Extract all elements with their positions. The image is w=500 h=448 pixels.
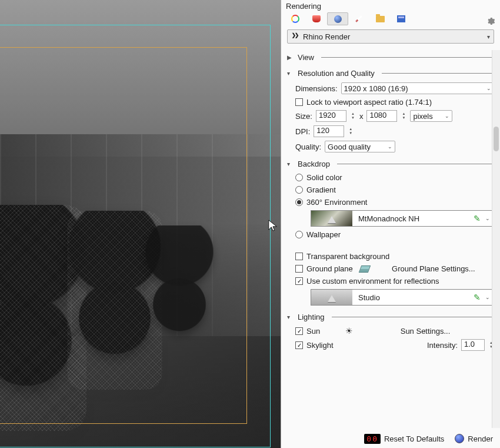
section-lighting-header[interactable]: ▾ Lighting (287, 313, 494, 321)
size-width-input[interactable]: 1920 (316, 110, 346, 122)
size-label: Size: (295, 112, 312, 121)
ground-plane-settings-button[interactable]: Ground Plane Settings... (373, 264, 494, 273)
toolbar-sphere-icon[interactable] (327, 12, 348, 25)
viewport[interactable] (0, 0, 281, 448)
size-unit-dropdown[interactable]: pixels ⌄ (410, 110, 452, 122)
dpi-spinner[interactable]: ▲▼ (348, 125, 354, 137)
dimensions-label: Dimensions: (295, 84, 338, 93)
toolbar-colorwheel-icon[interactable] (285, 12, 306, 25)
section-lighting: ▾ Lighting ✓ Sun ☀ Sun Settings... ✓ Sky… (287, 313, 494, 351)
scrollbar-thumb[interactable] (494, 127, 499, 151)
panel-scrollbar[interactable] (492, 50, 500, 428)
panel-body: ▶ View ▾ Resolution and Quality Dimensio… (281, 46, 500, 429)
section-view: ▶ View (287, 53, 494, 62)
gear-icon[interactable] (486, 16, 495, 28)
size-height-input[interactable]: 1080 (366, 110, 397, 122)
section-resolution: ▾ Resolution and Quality Dimensions: 192… (287, 69, 494, 152)
chevron-down-icon: ⌄ (388, 144, 392, 150)
reflection-env-selector[interactable]: Studio ✎ ⌄ (311, 289, 494, 306)
toolbar-window-icon[interactable] (391, 12, 412, 25)
panel-toolbar (281, 11, 500, 27)
intensity-input[interactable]: 1.0 (461, 339, 485, 351)
quality-dropdown[interactable]: Good quality ⌄ (325, 141, 395, 152)
section-resolution-header[interactable]: ▾ Resolution and Quality (287, 69, 494, 78)
pencil-icon[interactable]: ✎ (474, 293, 485, 302)
dpi-input[interactable]: 120 (314, 125, 344, 137)
chevron-right-icon: ▶ (287, 54, 293, 61)
panel-title: Rendering (281, 0, 500, 11)
environment-selector[interactable]: MtMonadnock NH ✎ ⌄ (311, 210, 494, 227)
toolbar-folder-icon[interactable] (369, 12, 391, 25)
lock-aspect-label: Lock to viewport aspect ratio (1.74:1) (306, 98, 432, 107)
reset-digits-icon: 00 (364, 434, 381, 444)
reflection-env-thumb (311, 290, 352, 305)
scene-background (0, 0, 281, 448)
ground-plane-icon (359, 266, 371, 273)
backdrop-360-radio[interactable] (295, 198, 303, 206)
toolbar-pencil-icon[interactable] (348, 12, 369, 25)
chevron-down-icon: ▾ (487, 34, 490, 40)
backdrop-wallpaper-radio[interactable] (295, 231, 303, 238)
toolbar-library-icon[interactable] (306, 12, 327, 25)
sun-settings-button[interactable]: Sun Settings... (356, 327, 494, 336)
section-backdrop: ▾ Backdrop Solid color Gradient 360° Env… (287, 160, 494, 306)
render-globe-icon (455, 434, 464, 443)
chevron-down-icon: ▾ (287, 161, 293, 167)
backdrop-solid-radio[interactable] (295, 174, 303, 181)
section-view-header[interactable]: ▶ View (287, 53, 494, 62)
section-backdrop-header[interactable]: ▾ Backdrop (287, 160, 494, 168)
backdrop-gradient-radio[interactable] (295, 186, 303, 194)
sun-icon: ☀ (345, 326, 353, 336)
size-width-spinner[interactable]: ▲▼ (350, 110, 356, 122)
chevron-down-icon: ⌄ (445, 113, 449, 119)
ground-plane-checkbox[interactable] (295, 265, 303, 273)
chevron-down-icon: ▾ (287, 70, 293, 77)
quality-label: Quality: (295, 142, 321, 151)
custom-reflection-checkbox[interactable]: ✓ (295, 277, 303, 285)
render-button[interactable]: Render (455, 434, 493, 443)
lock-aspect-checkbox[interactable] (295, 98, 303, 106)
skylight-checkbox[interactable]: ✓ (295, 341, 303, 349)
chevron-down-icon: ⌄ (486, 85, 491, 91)
environment-thumb (311, 211, 352, 226)
renderer-name: Rhino Render (303, 32, 350, 41)
reset-defaults-button[interactable]: 00 Reset To Defaults (364, 434, 444, 444)
chevron-down-icon: ▾ (287, 314, 293, 320)
transparent-bg-checkbox[interactable] (295, 253, 303, 260)
pencil-icon[interactable]: ✎ (474, 214, 485, 223)
panel-footer: 00 Reset To Defaults Render (281, 429, 500, 448)
intensity-label: Intensity: (427, 341, 458, 350)
dpi-label: DPI: (295, 127, 310, 136)
dimensions-dropdown[interactable]: 1920 x 1080 (16:9) ⌄ (341, 82, 494, 94)
sun-checkbox[interactable]: ✓ (295, 327, 303, 335)
rendering-panel: Rendering Rhino Render ▾ ▶ View ▾ (281, 0, 500, 448)
size-height-spinner[interactable]: ▲▼ (401, 110, 406, 122)
renderer-dropdown[interactable]: Rhino Render ▾ (287, 29, 494, 44)
